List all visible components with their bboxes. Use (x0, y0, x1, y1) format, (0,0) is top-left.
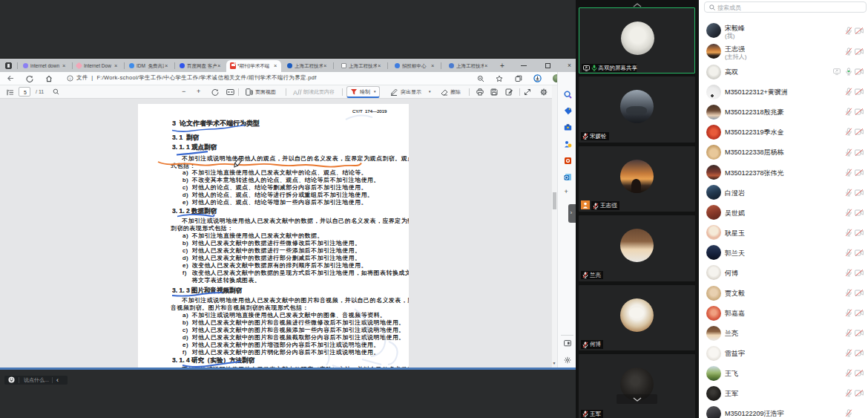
svg-text:A: A (293, 88, 297, 96)
svg-text:i: i (70, 76, 70, 81)
